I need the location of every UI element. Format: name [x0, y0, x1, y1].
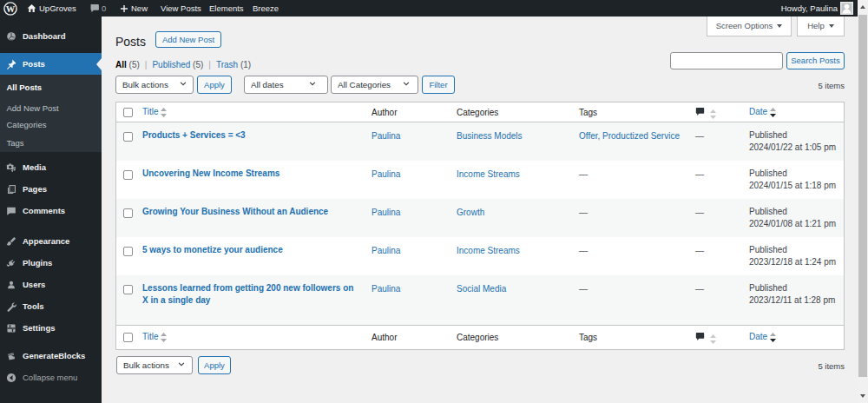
svg-text:W: W	[6, 3, 16, 13]
